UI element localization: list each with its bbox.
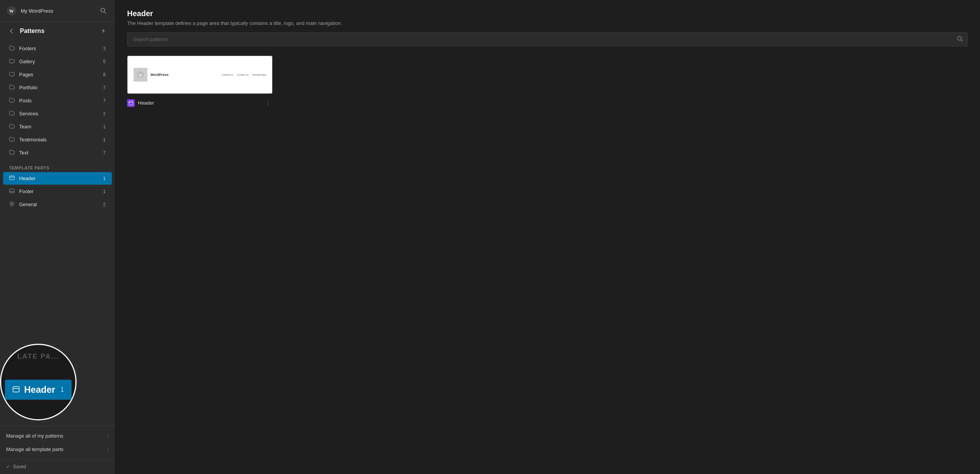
patterns-title: Patterns — [20, 28, 95, 34]
sidebar-label-footers: Footers — [19, 46, 96, 51]
template-parts-section-label: TEMPLATE PARTS — [3, 161, 112, 172]
search-bar-container — [127, 32, 968, 46]
folder-icon — [9, 45, 15, 52]
sidebar-label-team: Team — [19, 124, 96, 130]
sidebar-item-pages[interactable]: Pages 8 — [3, 68, 112, 81]
zoomed-header-count: 1 — [60, 386, 64, 393]
sidebar-label-pages: Pages — [19, 72, 96, 77]
search-icon — [957, 36, 963, 43]
folder-icon — [9, 97, 15, 104]
sidebar-item-testimonials[interactable]: Testimonials 1 — [3, 133, 112, 146]
sidebar-label-services: Services — [19, 111, 96, 116]
preview-nav: Contact Us Contact Us Sample Page — [222, 74, 266, 76]
chevron-right-icon-2: › — [107, 447, 109, 452]
zoomed-header-label: Header — [24, 384, 55, 395]
sidebar-count-general: 2 — [100, 202, 106, 207]
sidebar-label-header: Header — [19, 175, 96, 181]
add-pattern-button[interactable]: + — [98, 26, 109, 36]
svg-rect-16 — [129, 101, 133, 105]
top-search-button[interactable] — [98, 5, 109, 16]
footer-block-icon — [9, 188, 15, 195]
manage-patterns-label: Manage all of my patterns — [6, 433, 64, 439]
sidebar-item-gallery[interactable]: Gallery 5 — [3, 55, 112, 68]
sidebar: W My WordPress Patterns + — [0, 0, 115, 474]
svg-line-13 — [961, 40, 963, 41]
sidebar-label-portfolio: Portfolio — [19, 85, 96, 90]
template-parts-section: TEMPLATE PARTS Header 1 — [0, 159, 115, 213]
sidebar-item-text[interactable]: Text 7 — [3, 146, 112, 159]
chevron-right-icon: › — [107, 433, 109, 439]
preview-nav-item-1: Contact Us — [222, 74, 234, 76]
sidebar-label-gallery: Gallery — [19, 59, 96, 64]
sidebar-label-text: Text — [19, 150, 96, 156]
check-icon: ✓ — [6, 464, 10, 469]
sidebar-count-header: 1 — [100, 176, 106, 181]
folder-icon — [9, 110, 15, 117]
zoomed-template-text: LATE PA... — [8, 353, 69, 361]
folder-icon — [9, 149, 15, 156]
pattern-card-header[interactable]: W WordPress Contact Us Contact Us Sample… — [127, 56, 273, 108]
folder-icon — [9, 136, 15, 143]
manage-patterns-link[interactable]: Manage all of my patterns › — [0, 429, 115, 443]
zoomed-header-icon — [13, 386, 20, 394]
sidebar-count-gallery: 5 — [100, 59, 106, 64]
pattern-categories: Footers 3 Gallery 5 Pages — [0, 42, 115, 159]
pattern-preview-header: W WordPress Contact Us Contact Us Sample… — [127, 56, 273, 94]
sidebar-label-general: General — [19, 202, 96, 207]
patterns-header: Patterns + — [0, 22, 115, 40]
sidebar-count-testimonials: 1 — [100, 137, 106, 143]
pattern-info-header: Header ⋮ — [127, 98, 273, 108]
search-input[interactable] — [127, 32, 968, 46]
svg-rect-4 — [10, 176, 14, 180]
sidebar-item-portfolio[interactable]: Portfolio 7 — [3, 81, 112, 94]
sidebar-label-footer-template: Footer — [19, 189, 96, 194]
sidebar-label-posts: Posts — [19, 98, 96, 103]
zoom-content: LATE PA... Header 1 — [1, 345, 75, 419]
svg-point-8 — [10, 202, 14, 206]
wp-logo-icon: W — [6, 5, 17, 16]
page-title: Header — [127, 9, 968, 18]
pattern-preview-inner: W WordPress Contact Us Contact Us Sample… — [127, 56, 272, 93]
main-header: Header The Header template defines a pag… — [115, 0, 980, 32]
preview-site-name: WordPress — [150, 73, 168, 77]
sidebar-count-footer-template: 1 — [100, 189, 106, 194]
manage-template-parts-label: Manage all template parts — [6, 446, 64, 452]
folder-icon — [9, 71, 15, 78]
patterns-grid: W WordPress Contact Us Contact Us Sample… — [115, 56, 980, 108]
sidebar-item-header[interactable]: Header 1 — [3, 172, 112, 185]
header-pattern-icon — [127, 99, 135, 107]
folder-icon — [9, 84, 15, 91]
sidebar-count-pages: 8 — [100, 72, 106, 77]
sidebar-item-general[interactable]: General 2 — [3, 198, 112, 211]
sidebar-count-services: 2 — [100, 111, 106, 116]
sidebar-count-portfolio: 7 — [100, 85, 106, 90]
sidebar-item-posts[interactable]: Posts 7 — [3, 94, 112, 107]
sidebar-count-team: 1 — [100, 124, 106, 130]
sidebar-item-footer-template[interactable]: Footer 1 — [3, 185, 112, 198]
sidebar-item-services[interactable]: Services 2 — [3, 107, 112, 120]
svg-line-3 — [105, 12, 106, 13]
status-bar: ✓ Saved — [0, 459, 115, 474]
preview-logo: W — [134, 68, 147, 82]
sidebar-count-text: 7 — [100, 150, 106, 156]
preview-nav-item-3: Sample Page — [252, 74, 266, 76]
back-button[interactable] — [6, 26, 17, 36]
folder-icon — [9, 123, 15, 130]
sidebar-item-footers[interactable]: Footers 3 — [3, 42, 112, 55]
sidebar-footer: Manage all of my patterns › Manage all t… — [0, 426, 115, 459]
pattern-name-header: Header — [138, 100, 260, 106]
manage-template-parts-link[interactable]: Manage all template parts › — [0, 443, 115, 456]
sidebar-item-team[interactable]: Team 1 — [3, 120, 112, 133]
sidebar-count-footers: 3 — [100, 46, 106, 51]
pattern-more-button[interactable]: ⋮ — [263, 98, 273, 108]
sidebar-label-testimonials: Testimonials — [19, 137, 96, 143]
site-name: My WordPress — [21, 8, 94, 14]
main-content: Header The Header template defines a pag… — [115, 0, 980, 474]
header-block-icon — [9, 175, 15, 182]
folder-icon — [9, 58, 15, 65]
zoomed-header-item: Header 1 — [5, 380, 72, 400]
preview-nav-item-2: Contact Us — [237, 74, 248, 76]
saved-label: Saved — [13, 464, 26, 469]
sidebar-top-bar: W My WordPress — [0, 0, 115, 22]
svg-point-9 — [11, 203, 13, 205]
